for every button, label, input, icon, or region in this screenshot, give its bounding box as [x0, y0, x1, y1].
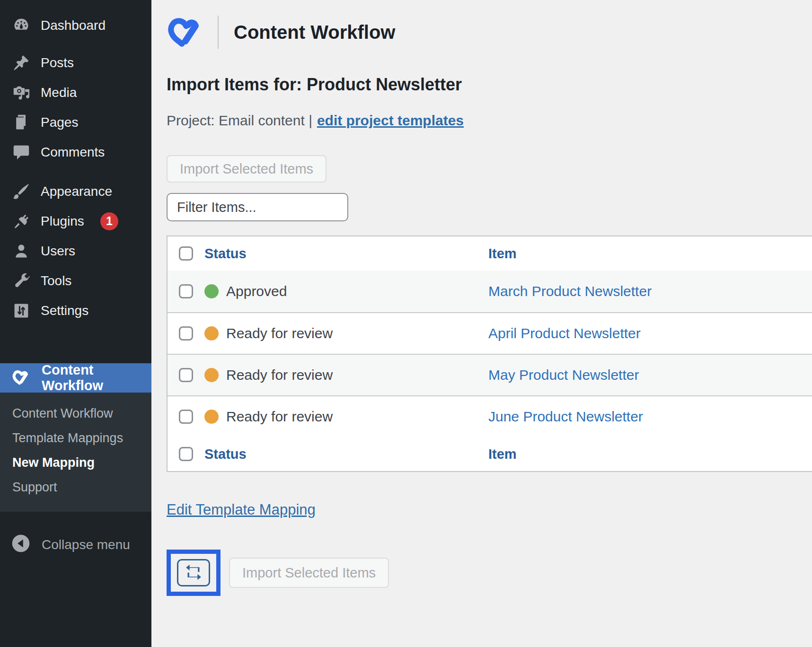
- sidebar-item-label: Appearance: [41, 184, 112, 199]
- sidebar-item-label: Pages: [41, 115, 78, 130]
- import-items-table: Status Item Approved March Product Newsl…: [167, 236, 812, 472]
- comments-icon: [12, 143, 30, 161]
- submenu-item-label: Content Workflow: [12, 406, 113, 421]
- status-dot: [204, 284, 219, 298]
- admin-sidebar: Dashboard Posts Media Pages Comments App…: [0, 0, 151, 647]
- row-checkbox[interactable]: [179, 326, 193, 341]
- table-row: Approved March Product Newsletter: [168, 271, 812, 312]
- plugin-icon: [12, 212, 30, 230]
- table-row: Ready for review April Product Newslette…: [168, 312, 812, 354]
- sidebar-item-pages[interactable]: Pages: [0, 107, 151, 137]
- sidebar-item-tools[interactable]: Tools: [0, 266, 151, 296]
- media-icon: [12, 84, 30, 102]
- submenu-item-template-mappings[interactable]: Template Mappings: [0, 426, 151, 450]
- sidebar-menu-group-content: Posts Media Pages Comments: [0, 48, 151, 167]
- status-label: Approved: [226, 283, 287, 299]
- plugin-header: Content Workflow: [167, 14, 812, 50]
- select-all-checkbox-footer[interactable]: [179, 447, 193, 461]
- import-selected-items-button-bottom[interactable]: Import Selected Items: [229, 558, 389, 588]
- pages-icon: [12, 114, 30, 131]
- status-column-footer[interactable]: Status: [204, 446, 247, 462]
- sidebar-item-label: Tools: [41, 273, 71, 289]
- table-row: Ready for review June Product Newsletter: [168, 395, 812, 437]
- filter-items-input[interactable]: [167, 193, 348, 221]
- project-line: Project: Email content |edit project tem…: [167, 113, 812, 129]
- item-link[interactable]: March Product Newsletter: [488, 283, 652, 299]
- wrench-icon: [12, 272, 30, 290]
- sidebar-item-appearance[interactable]: Appearance: [0, 176, 151, 206]
- status-label: Ready for review: [226, 325, 333, 341]
- sidebar-item-settings[interactable]: Settings: [0, 296, 151, 325]
- sidebar-item-label: Posts: [41, 55, 74, 70]
- content-workflow-icon: [12, 369, 31, 387]
- highlight-box: [167, 550, 221, 596]
- main-content: Content Workflow Import Items for: Produ…: [151, 0, 812, 647]
- repeat-icon: [184, 563, 203, 583]
- dashboard-icon: [12, 17, 30, 35]
- status-dot: [204, 368, 219, 382]
- row-checkbox[interactable]: [179, 410, 193, 424]
- submenu-item-support[interactable]: Support: [0, 475, 151, 499]
- sidebar-item-plugins[interactable]: Plugins 1: [0, 206, 151, 236]
- sidebar-item-posts[interactable]: Posts: [0, 48, 151, 78]
- user-icon: [12, 242, 30, 260]
- page-title: Import Items for: Product Newsletter: [167, 75, 812, 95]
- app-title: Content Workflow: [230, 22, 395, 43]
- sidebar-item-label: Dashboard: [41, 18, 106, 33]
- sidebar-item-label: Users: [41, 244, 75, 259]
- collapse-menu-button[interactable]: Collapse menu: [0, 531, 151, 559]
- sidebar-menu-group-admin: Appearance Plugins 1 Users Tools Setting…: [0, 176, 151, 325]
- item-link[interactable]: April Product Newsletter: [488, 325, 641, 341]
- submenu-item-new-mapping[interactable]: New Mapping: [0, 450, 151, 475]
- status-label: Ready for review: [226, 367, 333, 383]
- item-column-footer[interactable]: Item: [488, 446, 517, 462]
- import-selected-items-button-top[interactable]: Import Selected Items: [167, 155, 327, 183]
- sidebar-item-comments[interactable]: Comments: [0, 137, 151, 167]
- select-all-checkbox[interactable]: [179, 246, 193, 261]
- sidebar-item-content-workflow[interactable]: Content Workflow: [0, 363, 151, 393]
- item-column-header[interactable]: Item: [488, 246, 517, 262]
- item-link[interactable]: May Product Newsletter: [488, 367, 639, 383]
- status-dot: [204, 326, 219, 341]
- submenu-item-label: New Mapping: [12, 455, 95, 470]
- submenu-item-label: Template Mappings: [12, 431, 123, 446]
- sidebar-item-label: Plugins: [41, 214, 84, 229]
- sidebar-item-label: Settings: [41, 303, 88, 318]
- sidebar-item-media[interactable]: Media: [0, 78, 151, 107]
- settings-icon: [12, 302, 30, 320]
- table-footer-row: Status Item: [168, 437, 812, 471]
- header-divider: [218, 16, 219, 49]
- submenu-item-content-workflow[interactable]: Content Workflow: [0, 401, 151, 426]
- sidebar-item-users[interactable]: Users: [0, 236, 151, 266]
- table-header-row: Status Item: [168, 236, 812, 271]
- status-dot: [204, 410, 219, 424]
- pin-icon: [12, 54, 30, 72]
- submenu-item-label: Support: [12, 480, 57, 495]
- brush-icon: [12, 183, 30, 201]
- sidebar-item-dashboard[interactable]: Dashboard: [0, 10, 151, 40]
- sidebar-item-label: Media: [41, 85, 77, 100]
- plugins-update-badge: 1: [100, 212, 118, 230]
- table-body: Approved March Product Newsletter Ready …: [168, 271, 812, 437]
- status-label: Ready for review: [226, 409, 333, 425]
- table-row: Ready for review May Product Newsletter: [168, 354, 812, 395]
- collapse-arrow-icon: [10, 533, 31, 557]
- bottom-controls: Import Selected Items: [167, 550, 812, 596]
- item-link[interactable]: June Product Newsletter: [488, 409, 643, 425]
- edit-template-mapping-link[interactable]: Edit Template Mapping: [167, 501, 316, 518]
- sync-items-button[interactable]: [177, 559, 210, 586]
- sidebar-item-label: Comments: [41, 145, 105, 160]
- project-label: Project: Email content |: [167, 113, 312, 128]
- edit-project-templates-link[interactable]: edit project templates: [317, 113, 464, 128]
- sidebar-item-label: Content Workflow: [42, 362, 151, 393]
- row-checkbox[interactable]: [179, 284, 193, 298]
- content-workflow-submenu: Content Workflow Template Mappings New M…: [0, 393, 151, 512]
- collapse-menu-label: Collapse menu: [42, 537, 130, 552]
- status-column-header[interactable]: Status: [204, 246, 247, 262]
- sidebar-menu-group-top: Dashboard: [0, 10, 151, 40]
- content-workflow-logo-icon: [167, 15, 206, 49]
- row-checkbox[interactable]: [179, 368, 193, 382]
